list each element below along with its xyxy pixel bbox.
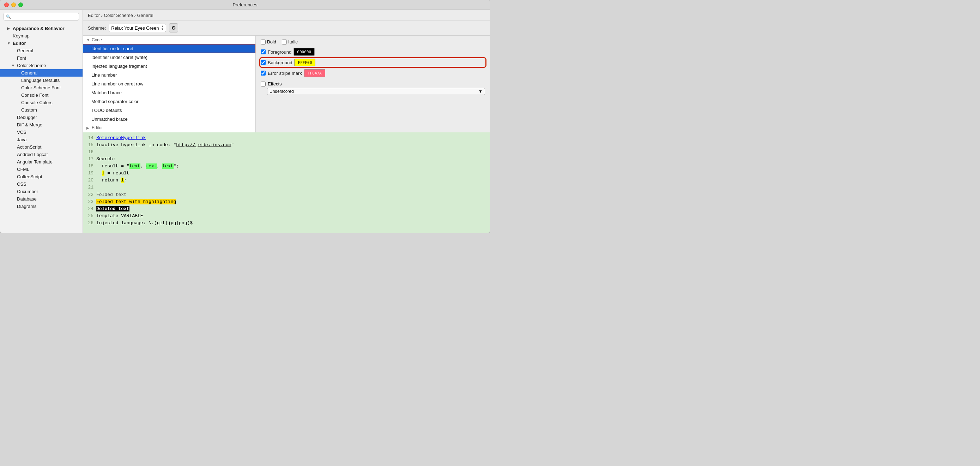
line-number: 26: [86, 220, 94, 227]
search-match: text: [162, 163, 173, 169]
effects-dropdown-value: Underscored: [269, 89, 294, 94]
minimize-button[interactable]: [11, 2, 16, 7]
preview-line-22: 22 Folded text: [86, 192, 487, 198]
close-button[interactable]: [4, 2, 9, 7]
preview-line-19: 19 i = result: [86, 170, 487, 177]
sidebar-item-diff-merge[interactable]: Diff & Merge: [0, 121, 83, 129]
foreground-row: Foreground 000000: [261, 48, 485, 56]
search-match: text: [129, 163, 140, 169]
error-stripe-row: Error stripe mark FF647A: [261, 69, 485, 77]
effects-checkbox[interactable]: [261, 81, 266, 86]
tree-item-injected-lang[interactable]: Injected language fragment: [83, 62, 255, 70]
split-panel: ▼ Code Identifier under caret Identifier…: [83, 36, 490, 132]
sidebar-tree: ▶ Appearance & Behavior Keymap ▼ Editor …: [0, 23, 83, 233]
preview-line-24: 24 Deleted text: [86, 206, 487, 212]
breadcrumb: Editor › Color Scheme › General: [83, 10, 490, 21]
window-title: Preferences: [232, 2, 257, 7]
tree-item-todo[interactable]: TODO defaults: [83, 106, 255, 115]
tree-item-line-number-caret[interactable]: Line number on caret row: [83, 80, 255, 88]
italic-checkbox[interactable]: [282, 40, 287, 45]
gear-button[interactable]: ⚙: [169, 23, 178, 32]
sidebar-item-custom[interactable]: Custom: [0, 106, 83, 114]
sidebar-item-keymap[interactable]: Keymap: [0, 32, 83, 40]
preview-line-15: 15 Inactive hyperlink in code: "http://j…: [86, 142, 487, 148]
line-number: 23: [86, 198, 94, 206]
tree-item-unmatched-brace[interactable]: Unmatched brace: [83, 115, 255, 124]
sidebar-item-coffeescript[interactable]: CoffeeScript: [0, 173, 83, 180]
tree-item-matched-brace[interactable]: Matched brace: [83, 88, 255, 97]
bold-checkbox[interactable]: [261, 40, 266, 45]
sidebar-item-actionscript[interactable]: ActionScript: [0, 143, 83, 151]
gear-icon: ⚙: [172, 25, 176, 31]
sidebar-item-general[interactable]: General: [0, 47, 83, 54]
sidebar-item-database[interactable]: Database: [0, 195, 83, 203]
sidebar-item-vcs[interactable]: VCS: [0, 129, 83, 136]
line-number: 19: [86, 170, 94, 177]
dropdown-arrow-icon: ▼: [478, 89, 483, 94]
preview-line-16: 16: [86, 148, 487, 156]
background-color-swatch[interactable]: FFFF00: [294, 59, 315, 66]
search-match-i: i: [102, 171, 105, 176]
scheme-value: Relax Your Eyes Green: [111, 26, 159, 31]
sidebar-item-font[interactable]: Font: [0, 54, 83, 62]
preferences-window: Preferences 🔍 ▶ Appearance & Behavior Ke…: [0, 0, 490, 233]
sidebar-item-diagrams[interactable]: Diagrams: [0, 203, 83, 210]
expand-arrow: ▼: [86, 38, 90, 42]
sidebar-item-angular-template[interactable]: Angular Template: [0, 158, 83, 166]
tree-item-identifier-caret[interactable]: Identifier under caret: [83, 44, 255, 53]
line-number: 25: [86, 212, 94, 220]
sidebar-item-console-colors[interactable]: Console Colors: [0, 99, 83, 106]
search-box[interactable]: 🔍: [3, 13, 79, 21]
error-stripe-label: Error stripe mark: [268, 70, 302, 76]
maximize-button[interactable]: [18, 2, 23, 7]
sidebar-item-appearance[interactable]: ▶ Appearance & Behavior: [0, 25, 83, 32]
italic-item: Italic: [282, 39, 298, 45]
scheme-label: Scheme:: [88, 26, 106, 31]
deleted-text: Deleted text: [96, 206, 129, 211]
sidebar: 🔍 ▶ Appearance & Behavior Keymap ▼ Edito…: [0, 10, 83, 233]
line-number: 15: [86, 142, 94, 148]
preview-line-23: 23 Folded text with highlighting: [86, 198, 487, 206]
bold-item: Bold: [261, 39, 276, 45]
right-panel: Bold Italic Foreground 000000: [256, 36, 490, 132]
search-input[interactable]: [12, 14, 76, 19]
sidebar-item-cs-font[interactable]: Color Scheme Font: [0, 84, 83, 91]
scheme-dropdown[interactable]: Relax Your Eyes Green ▲▼: [109, 24, 166, 32]
error-stripe-color-swatch[interactable]: FF647A: [304, 69, 325, 77]
sidebar-item-console-font[interactable]: Console Font: [0, 91, 83, 99]
group-editor[interactable]: ▶ Editor: [83, 124, 255, 132]
expand-arrow: ▼: [11, 64, 16, 67]
sidebar-item-editor[interactable]: ▼ Editor: [0, 40, 83, 47]
folded-highlight: Folded text with highlighting: [96, 199, 176, 204]
ref-hyperlink: ReferenceHyperlink: [96, 135, 146, 140]
content-area: Editor › Color Scheme › General Scheme: …: [83, 10, 490, 233]
foreground-checkbox[interactable]: [261, 49, 266, 54]
expand-arrow: ▶: [7, 27, 11, 30]
group-code[interactable]: ▼ Code: [83, 36, 255, 44]
sidebar-item-android-logcat[interactable]: Android Logcat: [0, 151, 83, 158]
sidebar-item-color-scheme[interactable]: ▼ Color Scheme: [0, 62, 83, 69]
sidebar-item-cfml[interactable]: CFML: [0, 166, 83, 173]
foreground-color-swatch[interactable]: 000000: [294, 48, 315, 56]
sidebar-item-cs-general[interactable]: General: [0, 69, 83, 77]
preview-area: 14 ReferenceHyperlink 15 Inactive hyperl…: [83, 132, 490, 233]
sidebar-item-css[interactable]: CSS: [0, 180, 83, 188]
sidebar-item-java[interactable]: Java: [0, 136, 83, 143]
background-label: Background: [268, 60, 292, 65]
tree-item-line-number[interactable]: Line number: [83, 70, 255, 80]
sidebar-item-language-defaults[interactable]: Language Defaults: [0, 77, 83, 84]
effects-dropdown[interactable]: Underscored ▼: [267, 88, 485, 95]
expand-arrow: ▶: [86, 126, 90, 130]
inactive-link: http://jetbrains.com: [176, 142, 231, 148]
preview-line-20: 20 return i;: [86, 177, 487, 184]
main-layout: 🔍 ▶ Appearance & Behavior Keymap ▼ Edito…: [0, 10, 490, 233]
error-stripe-checkbox[interactable]: [261, 70, 266, 75]
sidebar-item-debugger[interactable]: Debugger: [0, 114, 83, 121]
sidebar-item-cucumber[interactable]: Cucumber: [0, 188, 83, 195]
tree-item-method-sep[interactable]: Method separator color: [83, 97, 255, 106]
tree-item-identifier-caret-write[interactable]: Identifier under caret (write): [83, 53, 255, 62]
foreground-label: Foreground: [268, 49, 291, 55]
background-checkbox[interactable]: [261, 60, 266, 65]
effects-row: Effects: [261, 81, 485, 86]
search-match-i: i: [121, 177, 124, 183]
